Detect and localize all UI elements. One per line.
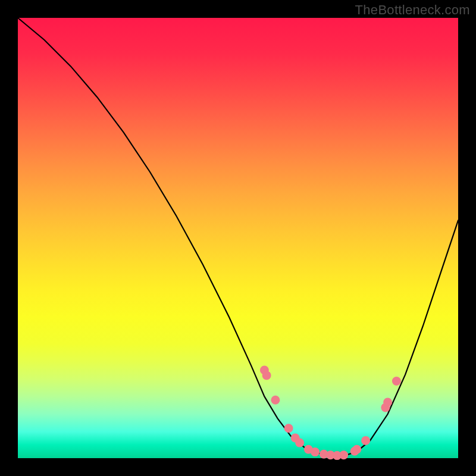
- datapoint-dot: [361, 436, 370, 445]
- bottleneck-curve: [18, 18, 458, 456]
- datapoint-dot: [352, 445, 361, 454]
- datapoint-dot: [392, 377, 401, 386]
- datapoint-dot: [295, 439, 304, 447]
- watermark-text: TheBottleneck.com: [355, 2, 470, 18]
- datapoint-dot: [339, 450, 348, 459]
- datapoint-dot: [262, 371, 271, 380]
- datapoint-dot: [311, 447, 320, 456]
- datapoint-dots: [260, 366, 401, 461]
- datapoint-dot: [271, 396, 280, 405]
- datapoint-dot: [383, 398, 392, 407]
- chart-frame: TheBottleneck.com: [0, 0, 476, 476]
- datapoint-dot: [284, 424, 293, 433]
- curve-layer: [18, 18, 458, 458]
